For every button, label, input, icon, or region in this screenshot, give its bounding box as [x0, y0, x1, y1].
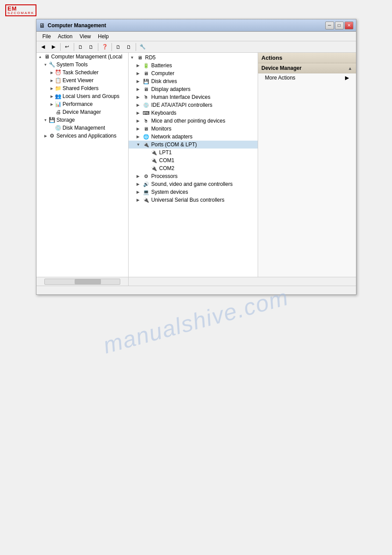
com1-arrow: ▶ — [144, 158, 151, 163]
tree-label-system-tools: System Tools — [57, 62, 88, 68]
computer-arrow: ▶ — [137, 71, 143, 76]
menu-file[interactable]: File — [39, 33, 54, 40]
display-adapters-arrow: ▶ — [137, 87, 143, 91]
dev-item-batteries[interactable]: ▶ 🔋 Batteries — [129, 62, 258, 69]
maximize-button[interactable]: □ — [335, 22, 344, 29]
dev-item-sound[interactable]: ▶ 🔊 Sound, video and game controllers — [129, 180, 258, 188]
tree-item-device-manager[interactable]: ▶ 🖨 Device Manager — [36, 108, 128, 116]
task-scheduler-icon: ⏰ — [55, 69, 62, 76]
toolbar-separator-5 — [136, 43, 136, 51]
dev-item-system-devices[interactable]: ▶ 💻 System devices — [129, 188, 258, 196]
rd5-icon: 🖥 — [137, 54, 144, 61]
keyboards-icon: ⌨ — [143, 109, 150, 116]
menu-bar: File Action View Help — [36, 32, 356, 41]
processors-arrow: ▶ — [137, 174, 143, 178]
tree-item-computer-management[interactable]: ▲ 🖥 Computer Management (Local — [36, 53, 128, 61]
close-button[interactable]: ✕ — [345, 22, 353, 29]
com2-icon: 🔌 — [151, 165, 158, 172]
dev-item-display-adapters[interactable]: ▶ 🖥 Display adapters — [129, 85, 258, 93]
toolbar-separator-2 — [74, 43, 74, 51]
window-title: Computer Management — [48, 22, 106, 29]
com2-arrow: ▶ — [144, 166, 151, 170]
toolbar-btn-3[interactable]: 🗋 — [114, 43, 123, 51]
menu-view[interactable]: View — [76, 33, 94, 40]
tree-item-event-viewer[interactable]: ▶ 📋 Event Viewer — [36, 76, 128, 84]
tree-item-shared-folders[interactable]: ▶ 📁 Shared Folders — [36, 84, 128, 92]
computer-icon: 🖥 — [143, 70, 150, 77]
toolbar-btn-4[interactable]: 🗋 — [124, 43, 134, 51]
menu-action[interactable]: Action — [54, 33, 76, 40]
arrow-icon: ▶ — [49, 69, 55, 76]
forward-button[interactable]: ▶ — [49, 43, 58, 51]
system-tools-icon: 🔧 — [49, 61, 56, 68]
dev-item-com2[interactable]: ▶ 🔌 COM2 — [129, 164, 258, 172]
arrow-icon: ▲ — [37, 54, 43, 60]
tree-item-disk-management[interactable]: ▶ 💿 Disk Management — [36, 124, 128, 132]
window-icon: 🖥 — [39, 22, 45, 29]
dev-item-monitors[interactable]: ▶ 🖥 Monitors — [129, 125, 258, 133]
tree-label-local-users: Local Users and Groups — [63, 93, 119, 99]
logo-area: EM SZCOMARK — [5, 4, 36, 16]
dev-item-com1[interactable]: ▶ 🔌 COM1 — [129, 156, 258, 164]
dev-label-batteries: Batteries — [151, 62, 172, 69]
dev-item-rd5[interactable]: ▼ 🖥 RD5 — [129, 54, 258, 62]
sound-arrow: ▶ — [137, 182, 143, 186]
tree-label-services: Services and Applications — [57, 133, 117, 139]
arrow-icon: ▶ — [49, 93, 55, 99]
dev-label-com2: COM2 — [159, 165, 175, 171]
toolbar-btn-help[interactable]: ❓ — [100, 43, 110, 51]
tree-item-system-tools[interactable]: ▼ 🔧 System Tools — [36, 61, 128, 69]
local-users-icon: 👥 — [55, 93, 62, 100]
shared-folders-icon: 📁 — [55, 85, 62, 92]
tree-item-services[interactable]: ▶ ⚙ Services and Applications — [36, 132, 128, 140]
actions-device-manager-arrow: ▲ — [348, 66, 352, 71]
dev-label-disk-drives: Disk drives — [151, 78, 177, 84]
batteries-icon: 🔋 — [143, 62, 150, 69]
status-bar — [36, 286, 356, 294]
toolbar-btn-2[interactable]: 🗋 — [86, 43, 96, 51]
dev-item-processors[interactable]: ▶ ⚙ Processors — [129, 172, 258, 180]
dev-item-mice[interactable]: ▶ 🖱 Mice and other pointing devices — [129, 117, 258, 125]
dev-item-usb[interactable]: ▶ 🔌 Universal Serial Bus controllers — [129, 196, 258, 204]
tree-item-task-scheduler[interactable]: ▶ ⏰ Task Scheduler — [36, 69, 128, 76]
dev-item-ide-ata[interactable]: ▶ 💿 IDE ATA/ATAPI controllers — [129, 101, 258, 109]
dev-item-computer[interactable]: ▶ 🖥 Computer — [129, 69, 258, 77]
tree-label-device-manager: Device Manager — [63, 109, 101, 115]
disk-drives-arrow: ▶ — [137, 79, 143, 83]
com1-icon: 🔌 — [151, 157, 158, 164]
dev-label-ide-ata: IDE ATA/ATAPI controllers — [151, 102, 212, 108]
dev-item-human-interface[interactable]: ▶ 🖱 Human Interface Devices — [129, 93, 258, 101]
up-button[interactable]: ↩ — [62, 43, 72, 51]
actions-more-actions-arrow: ▶ — [345, 75, 349, 81]
tree-item-storage[interactable]: ▼ 💾 Storage — [36, 116, 128, 124]
toolbar: ◀ ▶ ↩ 🗋 🗋 ❓ 🗋 🗋 🔧 — [36, 41, 356, 53]
tree-label-storage: Storage — [57, 117, 75, 123]
dev-label-usb: Universal Serial Bus controllers — [151, 197, 225, 203]
logo-bottom-text: SZCOMARK — [7, 11, 34, 15]
dev-item-ports[interactable]: ▼ 🔌 Ports (COM & LPT) — [129, 141, 258, 149]
menu-help[interactable]: Help — [94, 33, 112, 40]
left-tree-panel: ▲ 🖥 Computer Management (Local ▼ 🔧 Syste… — [36, 53, 129, 277]
arrow-icon: ▶ — [49, 85, 55, 91]
services-icon: ⚙ — [49, 132, 56, 139]
szcomark-logo: EM SZCOMARK — [5, 4, 36, 16]
dev-item-disk-drives[interactable]: ▶ 💾 Disk drives — [129, 77, 258, 85]
ide-ata-icon: 💿 — [143, 102, 150, 109]
rd5-arrow: ▼ — [130, 55, 137, 60]
tree-label-event-viewer: Event Viewer — [63, 77, 94, 83]
tree-item-local-users[interactable]: ▶ 👥 Local Users and Groups — [36, 92, 128, 100]
back-button[interactable]: ◀ — [38, 43, 48, 51]
actions-device-manager[interactable]: Device Manager ▲ — [258, 63, 356, 73]
toolbar-btn-1[interactable]: 🗋 — [76, 43, 86, 51]
dev-label-system-devices: System devices — [151, 189, 188, 195]
dev-item-lpt1[interactable]: ▶ 🔌 LPT1 — [129, 149, 258, 156]
title-bar-left: 🖥 Computer Management — [39, 22, 106, 29]
processors-icon: ⚙ — [143, 173, 150, 180]
minimize-button[interactable]: ─ — [325, 22, 334, 29]
toolbar-btn-settings[interactable]: 🔧 — [138, 43, 147, 51]
tree-item-performance[interactable]: ▶ 📊 Performance — [36, 100, 128, 108]
actions-more-actions[interactable]: More Actions ▶ — [258, 73, 356, 82]
dev-item-network-adapters[interactable]: ▶ 🌐 Network adapters — [129, 133, 258, 141]
dev-item-keyboards[interactable]: ▶ ⌨ Keyboards — [129, 109, 258, 117]
left-panel-hscrollbar[interactable] — [44, 279, 120, 285]
